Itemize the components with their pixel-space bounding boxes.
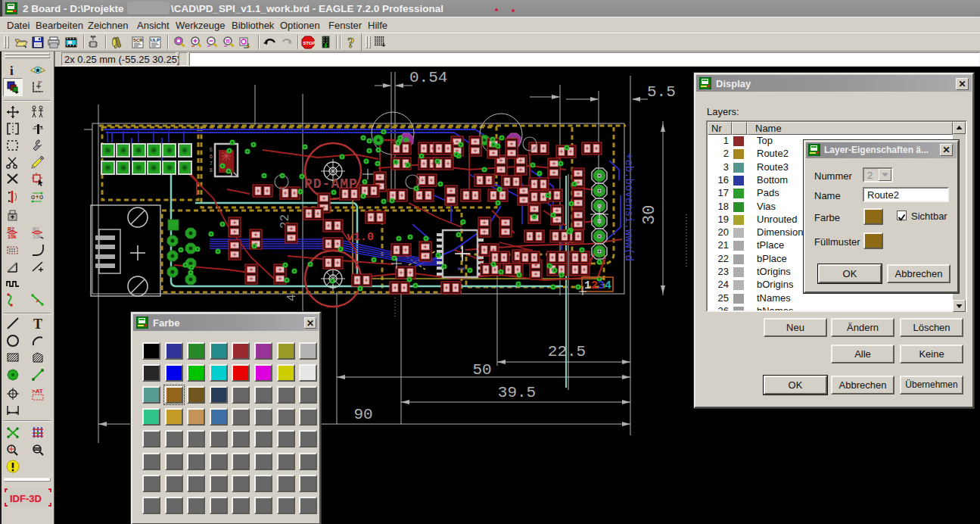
svg-text:30: 30 xyxy=(640,205,659,225)
svg-text:+: + xyxy=(36,193,39,201)
svg-text:ULP: ULP xyxy=(151,38,160,42)
svg-text:1234: 1234 xyxy=(584,279,611,292)
svg-text:10k: 10k xyxy=(8,234,17,239)
svg-text:5.5: 5.5 xyxy=(647,83,676,101)
svg-text:10k: 10k xyxy=(33,234,42,239)
svg-text:6: 6 xyxy=(210,154,213,160)
svg-text:8: 8 xyxy=(210,167,213,173)
svg-text:o: o xyxy=(39,193,43,201)
svg-text:>AT: >AT xyxy=(32,388,43,395)
svg-text:90: 90 xyxy=(353,406,372,423)
svg-text:9°: 9° xyxy=(38,80,42,85)
svg-text:SCR: SCR xyxy=(133,38,143,42)
svg-text:+eb.bovensi.www(d: +eb.bovensi.www(d xyxy=(623,153,635,261)
svg-text:?: ? xyxy=(347,36,355,49)
svg-text:50: 50 xyxy=(472,361,491,379)
svg-text:4: 4 xyxy=(285,294,299,301)
svg-text:××: ×× xyxy=(457,266,465,273)
svg-text:v1.0: v1.0 xyxy=(347,231,374,244)
svg-text:T: T xyxy=(33,317,42,331)
svg-text:IDF-3D: IDF-3D xyxy=(10,493,42,504)
svg-text:39.5: 39.5 xyxy=(498,384,536,401)
svg-text:o: o xyxy=(31,193,35,201)
svg-text:7: 7 xyxy=(210,161,213,167)
svg-text:STOP: STOP xyxy=(303,40,315,45)
svg-text:5: 5 xyxy=(210,147,213,153)
svg-text:PD-AMP: PD-AMP xyxy=(304,176,358,192)
svg-text:i: i xyxy=(10,64,14,78)
svg-text:0.54: 0.54 xyxy=(409,69,447,86)
